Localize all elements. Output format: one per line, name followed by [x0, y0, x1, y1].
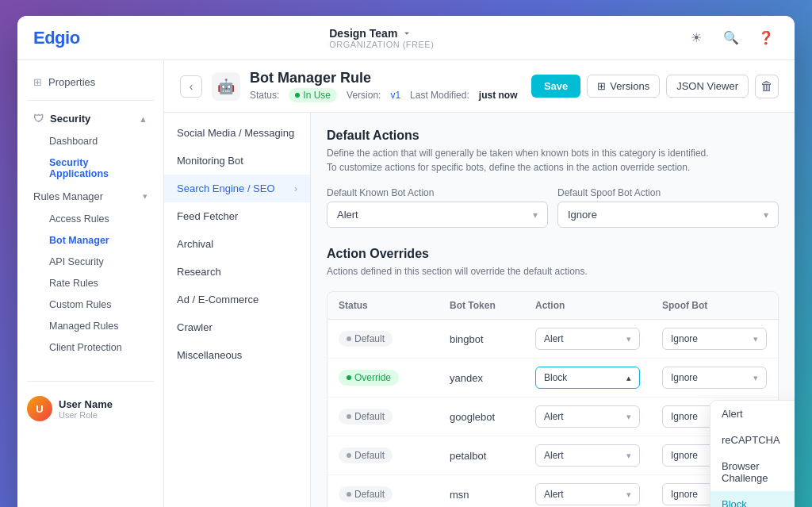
- status-dot-gray: [347, 492, 351, 497]
- sidebar-item-dashboard[interactable]: Dashboard: [24, 131, 157, 152]
- dropdown-item-browser-challenge[interactable]: Browser Challenge: [710, 453, 795, 491]
- action-select[interactable]: Alert ▾: [535, 328, 640, 350]
- default-actions-desc: Define the action that will generally be…: [327, 146, 779, 175]
- bot-token-cell: bingbot: [439, 325, 524, 353]
- spoof-bot-select-row2[interactable]: Ignore ▾: [662, 367, 767, 389]
- dropdown-item-block[interactable]: Block: [710, 491, 795, 507]
- known-bot-select[interactable]: Alert ▾: [327, 202, 548, 228]
- version-label: Version:: [347, 90, 381, 101]
- user-role: User Role: [59, 410, 113, 420]
- status-badge: In Use: [289, 88, 337, 102]
- action-overrides-title: Action Overrides: [327, 247, 779, 261]
- table-row: Override yandex Block ▴: [327, 359, 778, 398]
- left-panel-item-monitoring[interactable]: Monitoring Bot: [164, 147, 310, 175]
- back-button[interactable]: ‹: [180, 75, 202, 98]
- status-dot-gray: [347, 336, 351, 341]
- table-row: Default bingbot Alert ▾: [327, 320, 778, 359]
- col-spoof-bot: Spoof Bot: [651, 292, 778, 319]
- sidebar-item-security[interactable]: 🛡 Security ▲: [24, 107, 157, 130]
- chevron-down-icon: ▾: [764, 209, 768, 221]
- sidebar-item-api-security[interactable]: API Security: [24, 252, 157, 272]
- dropdown-item-alert[interactable]: Alert: [710, 401, 795, 427]
- help-icon[interactable]: ❓: [753, 25, 779, 51]
- chevron-down-icon: [401, 28, 412, 39]
- sidebar-user[interactable]: U User Name User Role: [17, 388, 163, 429]
- bot-token-cell: googlebot: [439, 403, 524, 431]
- left-panel-item-ad[interactable]: Ad / E-Commerce: [164, 286, 310, 313]
- status-badge-default: Default: [339, 409, 393, 424]
- chevron-right-icon: ›: [294, 183, 297, 194]
- left-panel-item-research[interactable]: Research: [164, 258, 310, 286]
- left-panel-item-feed[interactable]: Feed Fetcher: [164, 202, 310, 230]
- sidebar-item-security-apps[interactable]: Security Applications: [24, 152, 157, 184]
- left-panel-item-misc[interactable]: Miscellaneous: [164, 341, 310, 369]
- chevron-down-icon: ▾: [143, 191, 147, 202]
- spoof-bot-label: Default Spoof Bot Action: [557, 187, 779, 198]
- chevron-down-icon: ▾: [753, 373, 758, 383]
- sidebar: ⊞ Properties 🛡 Security ▲ Dashboard Secu…: [17, 60, 164, 507]
- chevron-down-icon: ▾: [626, 334, 631, 344]
- version-value: v1: [390, 90, 400, 101]
- sidebar-item-bot-manager[interactable]: Bot Manager: [24, 230, 157, 251]
- left-panel-item-archival[interactable]: Archival: [164, 230, 310, 258]
- main-layout: ⊞ Properties 🛡 Security ▲ Dashboard Secu…: [17, 60, 795, 507]
- action-dropdown-menu: Alert reCAPTCHA Browser Challenge Block …: [710, 400, 795, 507]
- action-select[interactable]: Alert ▾: [535, 444, 640, 467]
- theme-icon[interactable]: ☀: [684, 25, 709, 51]
- sidebar-item-custom-rules[interactable]: Custom Rules: [24, 294, 157, 315]
- versions-button[interactable]: ⊞ Versions: [587, 75, 660, 98]
- status-dot: [295, 93, 300, 98]
- action-overrides-desc: Actions defined in this section will ove…: [327, 264, 779, 278]
- status-badge-default: Default: [339, 486, 393, 502]
- sidebar-item-rules-manager[interactable]: Rules Manager ▾: [24, 185, 157, 208]
- dropdown-item-recaptcha[interactable]: reCAPTCHA: [710, 427, 795, 453]
- sidebar-item-access-rules[interactable]: Access Rules: [24, 209, 157, 229]
- chevron-down-icon: ▾: [626, 490, 631, 500]
- top-bar: Edgio Design Team Organization (Free) ☀ …: [17, 16, 795, 60]
- default-actions-title: Default Actions: [327, 129, 779, 143]
- sidebar-item-rate-rules[interactable]: Rate Rules: [24, 273, 157, 294]
- sidebar-divider: [27, 100, 154, 101]
- page-icon: 🤖: [212, 72, 240, 101]
- org-info: Design Team Organization (Free): [329, 27, 434, 49]
- two-panel: Social Media / Messaging Monitoring Bot …: [164, 113, 795, 507]
- action-select-open[interactable]: Block ▴: [535, 367, 640, 389]
- known-bot-label: Default Known Bot Action: [327, 187, 548, 198]
- spoof-bot-select-row1[interactable]: Ignore ▾: [662, 328, 767, 350]
- security-icon: 🛡: [33, 113, 44, 125]
- bot-token-cell: petalbot: [439, 442, 524, 470]
- last-modified-label: Last Modified:: [410, 90, 469, 101]
- default-actions-grid: Default Known Bot Action Alert ▾ Default…: [327, 187, 779, 228]
- left-panel-item-crawler[interactable]: Crawler: [164, 313, 310, 341]
- top-bar-actions: ☀ 🔍 ❓: [684, 25, 779, 51]
- status-dot-gray: [347, 414, 351, 419]
- avatar: U: [27, 396, 52, 421]
- delete-button[interactable]: 🗑: [755, 75, 779, 98]
- content-area: ‹ 🤖 Bot Manager Rule Status: In Use Vers…: [164, 60, 795, 507]
- status-badge-default: Default: [339, 331, 393, 347]
- sidebar-item-managed-rules[interactable]: Managed Rules: [24, 316, 157, 336]
- col-action: Action: [524, 292, 651, 319]
- sidebar-item-properties[interactable]: ⊞ Properties: [24, 71, 157, 94]
- user-name: User Name: [59, 398, 113, 410]
- search-icon[interactable]: 🔍: [718, 25, 744, 51]
- page-header: ‹ 🤖 Bot Manager Rule Status: In Use Vers…: [164, 60, 795, 113]
- action-select[interactable]: Alert ▾: [535, 405, 640, 428]
- sidebar-divider-bottom: [27, 381, 154, 382]
- status-badge-default: Default: [339, 447, 393, 463]
- bot-token-cell: yandex: [439, 364, 524, 392]
- save-button[interactable]: Save: [531, 75, 580, 98]
- sidebar-item-client-protection[interactable]: Client Protection: [24, 337, 157, 358]
- action-select[interactable]: Alert ▾: [535, 483, 640, 505]
- table-header: Status Bot Token Action Spoof Bot: [327, 292, 778, 320]
- app-logo: Edgio: [33, 28, 80, 48]
- org-name[interactable]: Design Team: [329, 27, 434, 40]
- org-type: Organization (Free): [329, 40, 434, 49]
- left-panel-item-social[interactable]: Social Media / Messaging: [164, 119, 310, 147]
- spoof-bot-select[interactable]: Ignore ▾: [557, 202, 779, 228]
- right-panel: Default Actions Define the action that w…: [311, 113, 795, 507]
- left-panel-item-seo[interactable]: Search Engine / SEO ›: [164, 175, 310, 202]
- last-modified-value: just now: [479, 90, 518, 101]
- json-viewer-button[interactable]: JSON Viewer: [666, 75, 749, 98]
- chevron-up-icon: ▴: [626, 373, 631, 383]
